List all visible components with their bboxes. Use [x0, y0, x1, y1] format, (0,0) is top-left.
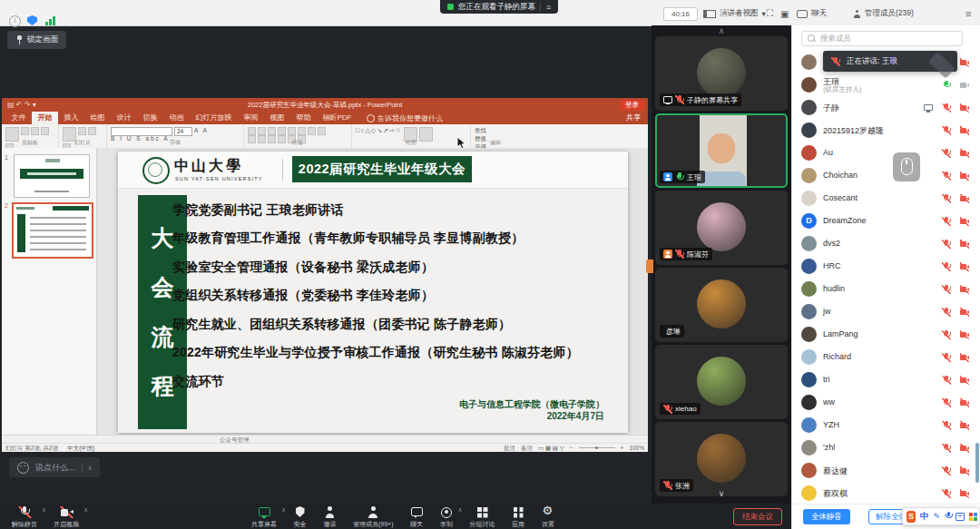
- camera-status-icon[interactable]: [960, 330, 969, 339]
- member-row[interactable]: jw: [792, 300, 980, 323]
- member-row[interactable]: 蔡达健: [792, 459, 980, 482]
- mic-status-icon[interactable]: [942, 466, 951, 475]
- toolbar-item-chat[interactable]: 聊天: [402, 504, 432, 529]
- camera-status-icon[interactable]: [960, 262, 969, 271]
- mic-status-icon[interactable]: [942, 489, 951, 498]
- member-row[interactable]: D DreamZone: [792, 210, 980, 232]
- member-row[interactable]: 蔡双棋: [792, 482, 980, 505]
- ribbon-tab[interactable]: 幻灯片放映: [190, 112, 238, 124]
- ppt-login-button[interactable]: 登录: [620, 100, 644, 111]
- ribbon-tab[interactable]: 审阅: [238, 112, 264, 124]
- member-search-input[interactable]: 搜索成员: [801, 31, 963, 46]
- member-row[interactable]: 子静: [792, 96, 980, 119]
- ribbon-tab[interactable]: 切换: [137, 112, 163, 124]
- member-row[interactable]: Richard: [792, 346, 980, 368]
- keyboard-icon[interactable]: [956, 513, 965, 521]
- video-tile[interactable]: 子静的屏幕共享: [655, 36, 788, 111]
- slide-thumbnail-1[interactable]: [14, 154, 90, 198]
- quick-access-toolbar[interactable]: ▤ ↶ ↷ ▾: [2, 101, 36, 109]
- edge-marker[interactable]: [646, 260, 653, 273]
- tell-me-search[interactable]: 告诉我你想要做什么: [358, 112, 443, 124]
- toolbar-item-members[interactable]: 管理成员(99+): [345, 504, 402, 529]
- toolbar-item-breakout[interactable]: 分组讨论: [462, 504, 504, 529]
- ribbon-tab[interactable]: 文件: [5, 112, 32, 124]
- ribbon-tab[interactable]: 绘图: [84, 112, 111, 124]
- layout-toggle-button[interactable]: ▣: [780, 7, 789, 20]
- ribbon-tab[interactable]: 动画: [163, 112, 190, 124]
- mic-status-icon[interactable]: [942, 194, 951, 203]
- toolbar-item-apps[interactable]: 应用: [504, 504, 534, 529]
- handwriting-icon[interactable]: ✎: [933, 512, 940, 521]
- slide-canvas[interactable]: 中山大學 SUN YAT-SEN UNIVERSITY 2022届研究生毕业年级…: [118, 152, 628, 433]
- mic-status-icon[interactable]: [942, 353, 951, 362]
- ribbon-group-editing[interactable]: 查找 替换 选择 编辑: [471, 124, 520, 148]
- mic-status-icon[interactable]: [942, 217, 951, 226]
- mute-all-button[interactable]: 全体静音: [803, 509, 850, 524]
- mic-status-icon[interactable]: [942, 330, 951, 339]
- camera-status-icon[interactable]: [960, 103, 969, 113]
- ribbon-group-clipboard[interactable]: 剪贴板: [2, 124, 59, 148]
- member-row[interactable]: Cosecant: [792, 187, 980, 210]
- camera-status-icon[interactable]: [960, 421, 969, 430]
- member-row[interactable]: Au: [792, 142, 980, 164]
- camera-status-icon[interactable]: [960, 489, 969, 498]
- mic-status-icon[interactable]: [942, 376, 951, 385]
- ribbon-tab[interactable]: 设计: [111, 112, 137, 124]
- zoom-in-button[interactable]: +: [621, 444, 624, 452]
- zoom-level[interactable]: 100%: [629, 444, 644, 452]
- mic-status-icon[interactable]: [942, 171, 951, 181]
- member-row[interactable]: LamPang: [792, 323, 980, 346]
- toolbar-item-share-screen[interactable]: ∧ 共享屏幕: [243, 504, 285, 529]
- toolbar-item-record[interactable]: ∧ 录制: [432, 504, 462, 529]
- panel-scrollbar[interactable]: [975, 443, 979, 483]
- mic-status-icon[interactable]: [942, 81, 951, 90]
- video-tile[interactable]: 陈淑芬: [655, 191, 788, 265]
- scroll-up-chevron[interactable]: ∧: [652, 25, 791, 36]
- member-row[interactable]: HRC: [792, 255, 980, 278]
- toolbar-item-invite[interactable]: 邀请: [315, 504, 345, 529]
- mic-status-icon[interactable]: [942, 285, 951, 294]
- member-row[interactable]: Choichan: [792, 164, 980, 187]
- camera-status-icon[interactable]: [960, 353, 969, 362]
- watching-status-pill[interactable]: 您正在观看子静的屏幕 ≡: [440, 0, 558, 14]
- camera-status-icon[interactable]: [960, 398, 969, 407]
- member-row[interactable]: dvs2: [792, 232, 980, 255]
- video-tile[interactable]: 张洲: [655, 422, 788, 496]
- ribbon-group-drawing[interactable]: □○△◇↘↗⇨☆ 绘图: [352, 124, 471, 148]
- mic-status-icon[interactable]: [942, 240, 951, 249]
- camera-status-icon[interactable]: [960, 126, 969, 135]
- emoji-icon[interactable]: [17, 462, 29, 474]
- toolbar-item-security[interactable]: 安全: [285, 504, 315, 529]
- camera-status-icon[interactable]: [960, 376, 969, 385]
- mic-status-icon[interactable]: [942, 149, 951, 158]
- end-meeting-button[interactable]: 结束会议: [733, 508, 782, 525]
- ppt-notes-bar[interactable]: 公众号管理: [2, 435, 648, 443]
- pill-menu-icon[interactable]: ≡: [540, 3, 551, 12]
- ribbon-tab[interactable]: 开始: [32, 112, 58, 124]
- member-row[interactable]: hudlin: [792, 278, 980, 300]
- slide-thumbnail-2-selected[interactable]: [12, 202, 93, 259]
- ime-toolbar[interactable]: S 中 ✎: [902, 507, 980, 525]
- sogou-logo-icon[interactable]: S: [906, 511, 916, 523]
- chevron-up-icon[interactable]: ∧: [83, 506, 88, 514]
- camera-status-icon[interactable]: [960, 217, 969, 226]
- member-row[interactable]: tri: [792, 368, 980, 391]
- camera-status-icon[interactable]: [960, 285, 969, 294]
- quick-chat-pill[interactable]: 说点什么... ‹: [9, 457, 100, 477]
- shield-icon[interactable]: [27, 15, 37, 25]
- camera-status-icon[interactable]: [960, 194, 969, 203]
- zoom-slider[interactable]: [579, 447, 615, 448]
- ribbon-group-slides[interactable]: 幻灯片: [59, 124, 107, 148]
- video-tile[interactable]: 王琅: [655, 113, 788, 188]
- voice-input-icon[interactable]: [945, 512, 951, 522]
- panel-menu-button[interactable]: ≡: [965, 7, 971, 20]
- scroll-down-chevron[interactable]: ∨: [652, 489, 791, 498]
- ribbon-tab[interactable]: 视图: [264, 112, 290, 124]
- info-icon[interactable]: i: [9, 15, 21, 27]
- view-mode-selector[interactable]: 演讲者视图 ▾: [703, 7, 766, 20]
- video-tile[interactable]: 彦琳: [655, 268, 788, 342]
- comments-button[interactable]: 批注: [504, 444, 515, 452]
- manage-members-header-button[interactable]: 管理成员(239): [853, 7, 914, 20]
- member-row[interactable]: YZH: [792, 414, 980, 436]
- camera-status-icon[interactable]: [960, 466, 969, 475]
